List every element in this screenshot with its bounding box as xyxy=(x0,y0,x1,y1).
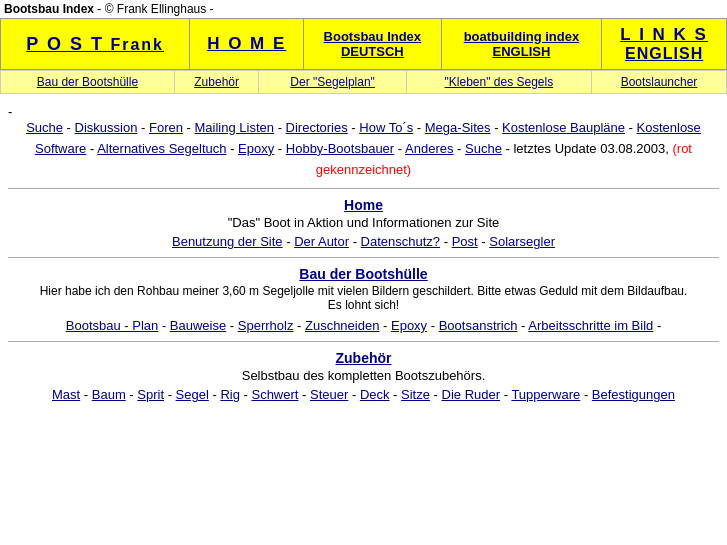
link-segel[interactable]: Segel xyxy=(176,387,209,402)
section-desc-home: "Das" Boot in Aktion und Informationen z… xyxy=(8,215,719,230)
nav-cell-links[interactable]: L I N K SENGLISH xyxy=(602,19,727,70)
link-autor[interactable]: Der Autor xyxy=(294,234,349,249)
link-mast[interactable]: Mast xyxy=(52,387,80,402)
link-segeltuch[interactable]: Alternatives Segeltuch xyxy=(97,141,226,156)
section-desc-zubehor: Selbstbau des kompletten Bootszubehörs. xyxy=(8,368,719,383)
subnav-link-kleben[interactable]: "Kleben" des Segels xyxy=(445,75,554,89)
subnav-cell-launcher[interactable]: Bootslauncher xyxy=(591,71,726,94)
link-hobby[interactable]: Hobby-Bootsbauer xyxy=(286,141,394,156)
link-epoxy2[interactable]: Epoxy xyxy=(391,318,427,333)
link-schwert[interactable]: Schwert xyxy=(251,387,298,402)
link-benutzung[interactable]: Benutzung der Site xyxy=(172,234,283,249)
link-sitze[interactable]: Sitze xyxy=(401,387,430,402)
link-befestigungen[interactable]: Befestigungen xyxy=(592,387,675,402)
link-bootsanstrich[interactable]: Bootsanstrich xyxy=(439,318,518,333)
link-anderes[interactable]: Anderes xyxy=(405,141,453,156)
link-sperrholz[interactable]: Sperrholz xyxy=(238,318,294,333)
subnav-link-launcher[interactable]: Bootslauncher xyxy=(621,75,698,89)
link-bauweise[interactable]: Bauweise xyxy=(170,318,226,333)
section-link-zubehor[interactable]: Zubehör xyxy=(336,350,392,366)
section-link-home[interactable]: Home xyxy=(344,197,383,213)
nav-link-post[interactable]: P O S T Frank xyxy=(26,36,164,53)
link-baum[interactable]: Baum xyxy=(92,387,126,402)
link-directories[interactable]: Directories xyxy=(286,120,348,135)
update-text: - letztes Update 03.08.2003, xyxy=(506,141,669,156)
nav-link-home[interactable]: H O M E xyxy=(207,37,286,52)
dash-spacer: - xyxy=(8,104,719,108)
link-datenschutz[interactable]: Datenschutz? xyxy=(361,234,441,249)
section-link-bau[interactable]: Bau der Bootshülle xyxy=(299,266,427,282)
link-bootsbau-plan[interactable]: Bootsbau - Plan xyxy=(66,318,159,333)
site-title: Bootsbau Index xyxy=(4,2,94,16)
link-steuer[interactable]: Steuer xyxy=(310,387,348,402)
divider1 xyxy=(8,188,719,189)
link-deck[interactable]: Deck xyxy=(360,387,390,402)
link-diskussion[interactable]: Diskussion xyxy=(75,120,138,135)
links-section: Suche - Diskussion - Foren - Mailing Lis… xyxy=(8,118,719,180)
header-bar: Bootsbau Index - © Frank Ellinghaus - xyxy=(0,0,727,18)
link-arbeitsschritte[interactable]: Arbeitsschritte im Bild xyxy=(528,318,653,333)
link-post[interactable]: Post xyxy=(452,234,478,249)
main-nav-table: P O S T Frank H O M E Bootsbau IndexDEUT… xyxy=(0,18,727,70)
subnav-link-bau[interactable]: Bau der Bootshülle xyxy=(37,75,138,89)
link-mailing-listen[interactable]: Mailing Listen xyxy=(195,120,275,135)
subnav-link-segelplan[interactable]: Der "Segelplan" xyxy=(290,75,375,89)
link-rig[interactable]: Rig xyxy=(220,387,240,402)
link-die-ruder[interactable]: Die Ruder xyxy=(442,387,501,402)
nav-link-bootsbau-en[interactable]: boatbuilding indexENGLISH xyxy=(464,29,580,59)
link-tupperware[interactable]: Tupperware xyxy=(511,387,580,402)
nav-link-bootsbau-de[interactable]: Bootsbau IndexDEUTSCH xyxy=(324,29,422,59)
link-suche1[interactable]: Suche xyxy=(26,120,63,135)
section-title-home: Home xyxy=(8,197,719,213)
link-howtos[interactable]: How To´s xyxy=(359,120,413,135)
link-mega-sites[interactable]: Mega-Sites xyxy=(425,120,491,135)
main-content: - Suche - Diskussion - Foren - Mailing L… xyxy=(0,94,727,410)
link-zuschneiden[interactable]: Zuschneiden xyxy=(305,318,379,333)
link-epoxy[interactable]: Epoxy xyxy=(238,141,274,156)
subnav-cell-kleben[interactable]: "Kleben" des Segels xyxy=(406,71,591,94)
nav-link-links[interactable]: L I N K SENGLISH xyxy=(620,26,708,62)
section-title-zubehor: Zubehör xyxy=(8,350,719,366)
link-sprit[interactable]: Sprit xyxy=(137,387,164,402)
link-foren[interactable]: Foren xyxy=(149,120,183,135)
copyright: - © Frank Ellinghaus - xyxy=(97,2,213,16)
section-links-home: Benutzung der Site - Der Autor - Datensc… xyxy=(8,234,719,249)
subnav-link-zubehor[interactable]: Zubehör xyxy=(194,75,239,89)
section-links-bau: Bootsbau - Plan - Bauweise - Sperrholz -… xyxy=(8,318,719,333)
section-desc-bau: Hier habe ich den Rohbau meiner 3,60 m S… xyxy=(16,284,711,312)
nav-cell-bootsbau-en[interactable]: boatbuilding indexENGLISH xyxy=(441,19,602,70)
subnav-cell-segelplan[interactable]: Der "Segelplan" xyxy=(259,71,406,94)
nav-cell-post[interactable]: P O S T Frank xyxy=(1,19,190,70)
link-solarsegler[interactable]: Solarsegler xyxy=(489,234,555,249)
nav-cell-bootsbau-de[interactable]: Bootsbau IndexDEUTSCH xyxy=(304,19,441,70)
nav-cell-home[interactable]: H O M E xyxy=(190,19,304,70)
divider2 xyxy=(8,257,719,258)
sub-nav-table: Bau der Bootshülle Zubehör Der "Segelpla… xyxy=(0,70,727,94)
subnav-cell-zubehor[interactable]: Zubehör xyxy=(174,71,259,94)
section-title-bau: Bau der Bootshülle xyxy=(8,266,719,282)
link-kostenlose-bauplae[interactable]: Kostenlose Baupläne xyxy=(502,120,625,135)
subnav-cell-bau[interactable]: Bau der Bootshülle xyxy=(1,71,175,94)
divider3 xyxy=(8,341,719,342)
link-suche2[interactable]: Suche xyxy=(465,141,502,156)
section-links-zubehor: Mast - Baum - Sprit - Segel - Rig - Schw… xyxy=(8,387,719,402)
